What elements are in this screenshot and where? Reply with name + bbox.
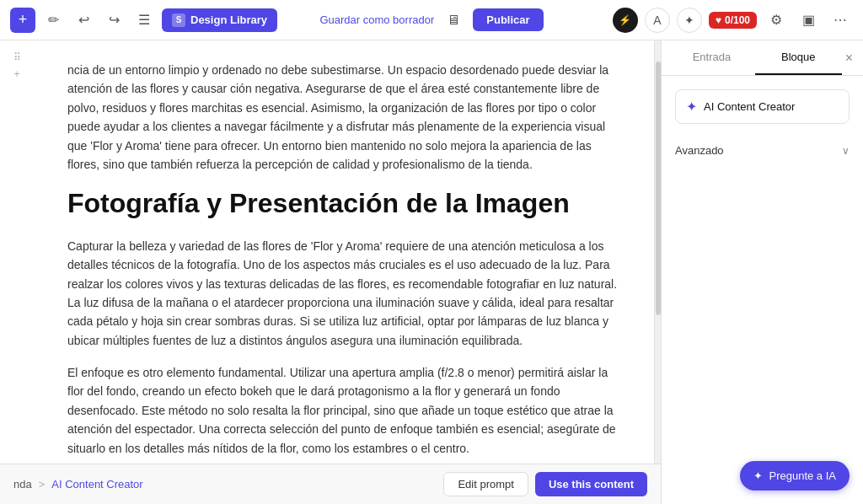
- redo-button[interactable]: ↪: [101, 8, 126, 33]
- topbar-left: + ✏ ↩ ↪ ☰ S Design Library: [10, 8, 287, 33]
- score-label: 0/100: [725, 14, 750, 26]
- settings-icon: ⚙: [770, 12, 782, 28]
- paragraph-1: Capturar la belleza y variedad de las fl…: [67, 237, 620, 350]
- layout-icon: ▣: [802, 12, 815, 28]
- bolt-icon: ⚡: [619, 14, 631, 26]
- design-library-label: Design Library: [190, 13, 267, 26]
- menu-button[interactable]: ☰: [131, 8, 157, 33]
- ask-ai-button[interactable]: ✦ Pregunte a IA: [740, 461, 850, 491]
- use-content-button[interactable]: Use this content: [535, 472, 647, 496]
- undo-icon: ↩: [78, 12, 89, 28]
- sparkle-button[interactable]: ✦: [677, 8, 702, 33]
- add-button[interactable]: +: [10, 8, 35, 33]
- user-initial: A: [653, 13, 661, 27]
- chevron-down-icon: ∨: [842, 145, 850, 157]
- ask-ai-icon: ✦: [753, 469, 763, 482]
- paragraph-2: El enfoque es otro elemento fundamental.…: [67, 363, 620, 458]
- ai-star-icon: ✦: [686, 99, 697, 115]
- topbar-center: Guardar como borrador 🖥 Publicar: [293, 8, 570, 33]
- intro-paragraph: ncia de un entorno limpio y ordenado no …: [67, 61, 620, 174]
- topbar: + ✏ ↩ ↪ ☰ S Design Library Guardar como …: [0, 0, 863, 40]
- advanced-section[interactable]: Avanzado ∨: [675, 137, 850, 164]
- design-library-icon: S: [172, 13, 185, 27]
- scrollbar[interactable]: [654, 40, 661, 464]
- block-handle-add[interactable]: +: [10, 67, 24, 81]
- settings-button[interactable]: ⚙: [764, 8, 789, 33]
- sparkle-icon: ✦: [684, 13, 694, 27]
- pencil-icon: ✏: [48, 12, 59, 28]
- heart-icon: ♥: [716, 14, 721, 26]
- breadcrumb-separator: >: [39, 478, 46, 491]
- more-icon: ⋯: [834, 12, 847, 28]
- breadcrumb-current[interactable]: AI Content Creator: [51, 478, 142, 491]
- layout-button[interactable]: ▣: [796, 8, 821, 33]
- score-badge: ♥ 0/100: [709, 12, 757, 29]
- editor-content: ncia de un entorno limpio y ordenado no …: [34, 40, 654, 464]
- monitor-button[interactable]: 🖥: [441, 8, 466, 33]
- tab-entrada[interactable]: Entrada: [668, 40, 755, 75]
- content-area: ⠿ + ncia de un entorno limpio y ordenado…: [0, 40, 661, 504]
- panel-body: ✦ AI Content Creator Avanzado ∨: [662, 76, 863, 303]
- pencil-button[interactable]: ✏: [40, 8, 66, 33]
- more-button[interactable]: ⋯: [828, 8, 853, 33]
- main-layout: ⠿ + ncia de un entorno limpio y ordenado…: [0, 40, 863, 504]
- breadcrumb-root[interactable]: nda: [13, 478, 32, 491]
- ask-ai-label: Pregunte a IA: [769, 469, 837, 482]
- heading: Fotografía y Presentación de la Imagen: [67, 187, 620, 219]
- user-avatar[interactable]: A: [645, 8, 670, 33]
- publish-button[interactable]: Publicar: [473, 8, 543, 31]
- edit-prompt-button[interactable]: Edit prompt: [443, 472, 528, 496]
- menu-icon: ☰: [138, 12, 150, 28]
- monitor-icon: 🖥: [447, 13, 460, 28]
- block-handle-move[interactable]: ⠿: [10, 51, 24, 64]
- scroll-thumb[interactable]: [656, 62, 661, 315]
- save-draft-button[interactable]: Guardar como borrador: [319, 13, 434, 26]
- right-panel: Entrada Bloque × ✦ AI Content Creator Av…: [661, 40, 863, 504]
- add-icon: +: [19, 11, 28, 29]
- advanced-label: Avanzado: [675, 144, 724, 157]
- panel-close-button[interactable]: ×: [842, 47, 856, 69]
- ai-creator-label: AI Content Creator: [704, 100, 795, 113]
- bottom-actions: Edit prompt Use this content: [443, 472, 647, 496]
- undo-button[interactable]: ↩: [71, 8, 96, 33]
- design-library-button[interactable]: S Design Library: [162, 8, 277, 32]
- panel-tabs: Entrada Bloque ×: [662, 40, 863, 76]
- bolt-button[interactable]: ⚡: [613, 8, 638, 33]
- redo-icon: ↪: [109, 12, 120, 28]
- ai-creator-card[interactable]: ✦ AI Content Creator: [675, 89, 850, 124]
- tab-bloque[interactable]: Bloque: [755, 40, 842, 75]
- topbar-right: ⚡ A ✦ ♥ 0/100 ⚙ ▣ ⋯: [576, 8, 853, 33]
- bottom-action-bar: nda > AI Content Creator Edit prompt Use…: [0, 464, 661, 504]
